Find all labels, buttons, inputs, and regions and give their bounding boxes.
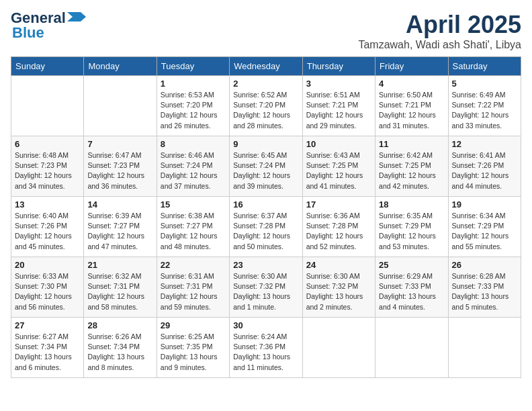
day-number: 19: [452, 199, 517, 210]
logo-text: General: [11, 11, 66, 26]
day-info: Sunrise: 6:51 AM Sunset: 7:21 PM Dayligh…: [306, 90, 371, 131]
calendar-cell: [375, 318, 448, 378]
title-block: April 2025 Tamzawah, Wadi ash Shati', Li…: [358, 11, 521, 51]
day-number: 5: [452, 79, 517, 89]
location-title: Tamzawah, Wadi ash Shati', Libya: [358, 39, 521, 51]
day-info: Sunrise: 6:45 AM Sunset: 7:24 PM Dayligh…: [233, 150, 298, 191]
day-info: Sunrise: 6:30 AM Sunset: 7:32 PM Dayligh…: [306, 271, 371, 312]
day-info: Sunrise: 6:47 AM Sunset: 7:23 PM Dayligh…: [87, 150, 152, 191]
day-number: 25: [379, 260, 444, 270]
logo-icon: [67, 12, 86, 21]
day-number: 18: [379, 199, 444, 210]
calendar-cell: 2Sunrise: 6:52 AM Sunset: 7:20 PM Daylig…: [230, 76, 302, 136]
day-number: 24: [306, 260, 371, 270]
day-number: 26: [452, 260, 517, 270]
day-info: Sunrise: 6:33 AM Sunset: 7:30 PM Dayligh…: [15, 271, 80, 312]
calendar-cell: 24Sunrise: 6:30 AM Sunset: 7:32 PM Dayli…: [302, 257, 375, 318]
day-info: Sunrise: 6:40 AM Sunset: 7:26 PM Dayligh…: [15, 211, 80, 252]
day-info: Sunrise: 6:42 AM Sunset: 7:25 PM Dayligh…: [379, 150, 444, 191]
calendar-cell: 8Sunrise: 6:46 AM Sunset: 7:24 PM Daylig…: [157, 136, 229, 197]
day-info: Sunrise: 6:35 AM Sunset: 7:29 PM Dayligh…: [379, 211, 444, 252]
day-info: Sunrise: 6:24 AM Sunset: 7:36 PM Dayligh…: [233, 332, 298, 373]
day-info: Sunrise: 6:37 AM Sunset: 7:28 PM Dayligh…: [233, 211, 298, 252]
calendar-cell: 3Sunrise: 6:51 AM Sunset: 7:21 PM Daylig…: [302, 76, 375, 136]
calendar-cell: 11Sunrise: 6:42 AM Sunset: 7:25 PM Dayli…: [375, 136, 448, 197]
day-number: 7: [87, 139, 152, 149]
calendar-week-4: 20Sunrise: 6:33 AM Sunset: 7:30 PM Dayli…: [11, 257, 521, 318]
calendar-week-1: 1Sunrise: 6:53 AM Sunset: 7:20 PM Daylig…: [11, 76, 521, 136]
day-info: Sunrise: 6:39 AM Sunset: 7:27 PM Dayligh…: [87, 211, 152, 252]
day-number: 27: [15, 320, 80, 330]
calendar-cell: [11, 76, 84, 136]
day-info: Sunrise: 6:32 AM Sunset: 7:31 PM Dayligh…: [87, 271, 152, 312]
calendar-cell: [302, 318, 375, 378]
day-number: 29: [161, 320, 226, 330]
day-number: 17: [306, 199, 371, 210]
weekday-header-saturday: Saturday: [448, 57, 521, 76]
day-number: 28: [87, 320, 152, 330]
day-number: 8: [161, 139, 226, 149]
day-info: Sunrise: 6:31 AM Sunset: 7:31 PM Dayligh…: [161, 271, 226, 312]
calendar-cell: 1Sunrise: 6:53 AM Sunset: 7:20 PM Daylig…: [157, 76, 229, 136]
day-info: Sunrise: 6:46 AM Sunset: 7:24 PM Dayligh…: [161, 150, 226, 191]
calendar-cell: [448, 318, 521, 378]
calendar-cell: 27Sunrise: 6:27 AM Sunset: 7:34 PM Dayli…: [11, 318, 84, 378]
day-number: 10: [306, 139, 371, 149]
day-number: 9: [233, 139, 298, 149]
day-info: Sunrise: 6:27 AM Sunset: 7:34 PM Dayligh…: [15, 332, 80, 373]
day-info: Sunrise: 6:28 AM Sunset: 7:33 PM Dayligh…: [452, 271, 517, 312]
calendar-cell: 19Sunrise: 6:34 AM Sunset: 7:29 PM Dayli…: [448, 197, 521, 257]
day-info: Sunrise: 6:25 AM Sunset: 7:35 PM Dayligh…: [161, 332, 226, 373]
day-number: 4: [379, 79, 444, 89]
calendar-cell: 28Sunrise: 6:26 AM Sunset: 7:34 PM Dayli…: [84, 318, 157, 378]
calendar-week-5: 27Sunrise: 6:27 AM Sunset: 7:34 PM Dayli…: [11, 318, 521, 378]
day-info: Sunrise: 6:38 AM Sunset: 7:27 PM Dayligh…: [161, 211, 226, 252]
day-info: Sunrise: 6:36 AM Sunset: 7:28 PM Dayligh…: [306, 211, 371, 252]
day-number: 12: [452, 139, 517, 149]
calendar-cell: 14Sunrise: 6:39 AM Sunset: 7:27 PM Dayli…: [84, 197, 157, 257]
day-number: 3: [306, 79, 371, 89]
day-number: 11: [379, 139, 444, 149]
day-number: 13: [15, 199, 80, 210]
calendar-cell: 29Sunrise: 6:25 AM Sunset: 7:35 PM Dayli…: [157, 318, 229, 378]
page-header: General Blue April 2025 Tamzawah, Wadi a…: [11, 11, 521, 51]
calendar-cell: 9Sunrise: 6:45 AM Sunset: 7:24 PM Daylig…: [230, 136, 302, 197]
calendar-cell: 22Sunrise: 6:31 AM Sunset: 7:31 PM Dayli…: [157, 257, 229, 318]
day-info: Sunrise: 6:30 AM Sunset: 7:32 PM Dayligh…: [233, 271, 298, 312]
calendar-cell: 25Sunrise: 6:29 AM Sunset: 7:33 PM Dayli…: [375, 257, 448, 318]
day-number: 6: [15, 139, 80, 149]
day-info: Sunrise: 6:26 AM Sunset: 7:34 PM Dayligh…: [87, 332, 152, 373]
weekday-header-friday: Friday: [375, 57, 448, 76]
calendar-week-3: 13Sunrise: 6:40 AM Sunset: 7:26 PM Dayli…: [11, 197, 521, 257]
day-info: Sunrise: 6:41 AM Sunset: 7:26 PM Dayligh…: [452, 150, 517, 191]
calendar-cell: 20Sunrise: 6:33 AM Sunset: 7:30 PM Dayli…: [11, 257, 84, 318]
day-info: Sunrise: 6:29 AM Sunset: 7:33 PM Dayligh…: [379, 271, 444, 312]
calendar-cell: 15Sunrise: 6:38 AM Sunset: 7:27 PM Dayli…: [157, 197, 229, 257]
logo: General Blue: [11, 11, 86, 42]
calendar-cell: 10Sunrise: 6:43 AM Sunset: 7:25 PM Dayli…: [302, 136, 375, 197]
calendar-cell: 6Sunrise: 6:48 AM Sunset: 7:23 PM Daylig…: [11, 136, 84, 197]
calendar-cell: 7Sunrise: 6:47 AM Sunset: 7:23 PM Daylig…: [84, 136, 157, 197]
day-number: 20: [15, 260, 80, 270]
day-info: Sunrise: 6:34 AM Sunset: 7:29 PM Dayligh…: [452, 211, 517, 252]
calendar-cell: 23Sunrise: 6:30 AM Sunset: 7:32 PM Dayli…: [230, 257, 302, 318]
day-number: 23: [233, 260, 298, 270]
day-number: 22: [161, 260, 226, 270]
weekday-header-monday: Monday: [84, 57, 157, 76]
calendar-week-2: 6Sunrise: 6:48 AM Sunset: 7:23 PM Daylig…: [11, 136, 521, 197]
day-number: 21: [87, 260, 152, 270]
calendar-cell: 4Sunrise: 6:50 AM Sunset: 7:21 PM Daylig…: [375, 76, 448, 136]
calendar-cell: 18Sunrise: 6:35 AM Sunset: 7:29 PM Dayli…: [375, 197, 448, 257]
day-number: 14: [87, 199, 152, 210]
weekday-header-thursday: Thursday: [302, 57, 375, 76]
svg-marker-0: [67, 12, 86, 21]
calendar-cell: 30Sunrise: 6:24 AM Sunset: 7:36 PM Dayli…: [230, 318, 302, 378]
day-info: Sunrise: 6:43 AM Sunset: 7:25 PM Dayligh…: [306, 150, 371, 191]
day-info: Sunrise: 6:49 AM Sunset: 7:22 PM Dayligh…: [452, 90, 517, 131]
calendar-cell: 17Sunrise: 6:36 AM Sunset: 7:28 PM Dayli…: [302, 197, 375, 257]
day-info: Sunrise: 6:52 AM Sunset: 7:20 PM Dayligh…: [233, 90, 298, 131]
day-number: 2: [233, 79, 298, 89]
calendar-cell: 26Sunrise: 6:28 AM Sunset: 7:33 PM Dayli…: [448, 257, 521, 318]
weekday-header-sunday: Sunday: [11, 57, 84, 76]
day-info: Sunrise: 6:50 AM Sunset: 7:21 PM Dayligh…: [379, 90, 444, 131]
